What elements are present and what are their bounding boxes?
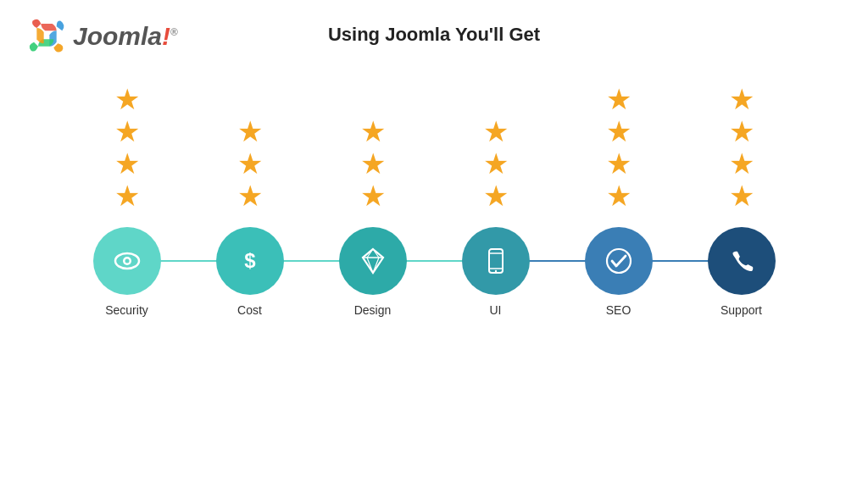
star: ★ bbox=[114, 149, 140, 178]
page-title: Using Joomla You'll Get bbox=[0, 24, 868, 46]
star: ★ bbox=[114, 117, 140, 146]
ui-circle bbox=[462, 227, 530, 295]
security-circle bbox=[93, 227, 161, 295]
checkbadge-icon bbox=[604, 246, 634, 276]
star: ★ bbox=[237, 149, 263, 178]
star: ★ bbox=[483, 117, 509, 146]
icon-item-seo: SEO bbox=[557, 227, 680, 317]
seo-circle bbox=[585, 227, 653, 295]
star-column-ui: ★ ★ ★ ★ bbox=[434, 85, 557, 210]
star-column-seo: ★ ★ ★ ★ bbox=[557, 85, 680, 210]
icon-item-security: Security bbox=[65, 227, 188, 317]
svg-point-13 bbox=[494, 270, 496, 272]
star: ★ bbox=[606, 117, 632, 146]
star: ★ bbox=[114, 181, 140, 210]
star: ★ bbox=[483, 181, 509, 210]
icon-item-support: Support bbox=[680, 227, 803, 317]
seo-label: SEO bbox=[606, 303, 632, 317]
svg-marker-4 bbox=[363, 249, 383, 273]
design-label: Design bbox=[354, 303, 392, 317]
support-circle bbox=[708, 227, 776, 295]
svg-point-14 bbox=[607, 249, 631, 273]
star: ★ bbox=[360, 149, 386, 178]
star: ★ bbox=[237, 181, 263, 210]
dollar-icon: $ bbox=[235, 246, 265, 276]
svg-rect-10 bbox=[489, 249, 503, 273]
ui-label: UI bbox=[490, 303, 502, 317]
support-label: Support bbox=[721, 303, 762, 317]
star: ★ bbox=[237, 117, 263, 146]
star: ★ bbox=[114, 85, 140, 114]
diamond-icon bbox=[358, 246, 388, 276]
star: ★ bbox=[729, 181, 754, 210]
icons-section: Security $ Cost bbox=[65, 227, 803, 317]
star-column-cost: ★ ★ ★ ★ bbox=[188, 85, 311, 210]
star: ★ bbox=[729, 149, 754, 178]
icon-item-design: Design bbox=[311, 227, 434, 317]
eye-icon bbox=[112, 246, 142, 276]
star: ★ bbox=[606, 149, 632, 178]
security-label: Security bbox=[105, 303, 148, 317]
phone-icon bbox=[726, 246, 757, 276]
icon-item-cost: $ Cost bbox=[188, 227, 311, 317]
mobile-icon bbox=[481, 246, 511, 276]
design-circle bbox=[339, 227, 407, 295]
svg-text:$: $ bbox=[244, 249, 256, 272]
cost-circle: $ bbox=[216, 227, 284, 295]
star: ★ bbox=[483, 149, 509, 178]
icon-item-ui: UI bbox=[434, 227, 557, 317]
star: ★ bbox=[729, 85, 754, 114]
star: ★ bbox=[360, 117, 386, 146]
star: ★ bbox=[729, 117, 754, 146]
cost-label: Cost bbox=[237, 303, 262, 317]
svg-point-2 bbox=[125, 259, 129, 263]
stars-section: ★ ★ ★ ★ ★ ★ ★ ★ ★ ★ ★ ★ ★ ★ ★ ★ ★ bbox=[65, 85, 803, 210]
star: ★ bbox=[606, 85, 632, 114]
star: ★ bbox=[360, 181, 386, 210]
star: ★ bbox=[606, 181, 632, 210]
star-column-design: ★ ★ ★ ★ bbox=[311, 85, 434, 210]
star-column-support: ★ ★ ★ ★ bbox=[680, 85, 803, 210]
star-column-security: ★ ★ ★ ★ bbox=[65, 85, 188, 210]
